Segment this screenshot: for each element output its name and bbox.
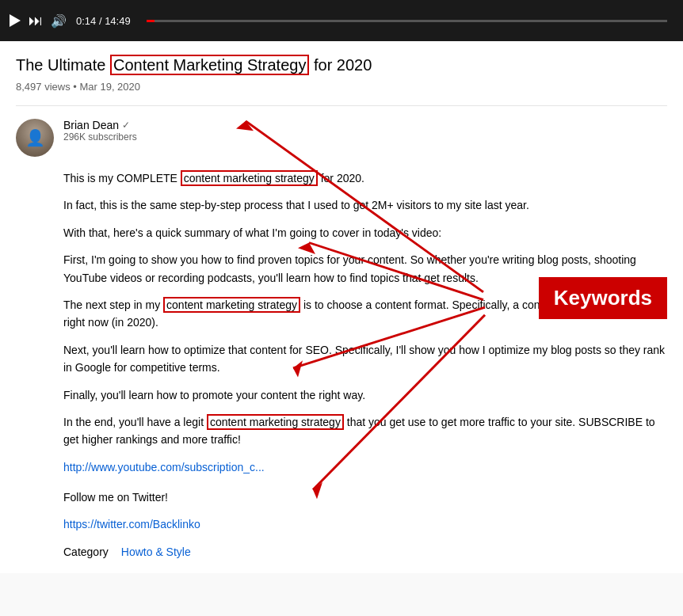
- description: This is my COMPLETE content marketing st…: [16, 169, 667, 561]
- subscribers: 296K subscribers: [63, 131, 137, 143]
- desc-line8: In the end, you'll have a legit content …: [63, 413, 667, 449]
- channel-info: Brian Dean ✓ 296K subscribers: [63, 119, 137, 143]
- desc-line1: This is my COMPLETE content marketing st…: [63, 169, 667, 187]
- content-area: The Ultimate Content Marketing Strategy …: [0, 41, 683, 573]
- video-player: ⏭ 🔊 0:14 / 14:49: [0, 0, 683, 41]
- desc-highlight-2: content marketing strategy: [163, 297, 300, 313]
- category-row: Category Howto & Style: [63, 543, 667, 561]
- category-value: Howto & Style: [121, 543, 191, 561]
- follow-section: Follow me on Twitter! https://twitter.co…: [63, 489, 667, 534]
- play-button[interactable]: [10, 14, 21, 27]
- progress-bar[interactable]: [147, 20, 667, 22]
- verified-badge: ✓: [122, 120, 130, 131]
- twitter-link[interactable]: https://twitter.com/Backlinko: [63, 518, 200, 530]
- desc-line7: Finally, you'll learn how to promote you…: [63, 386, 667, 404]
- channel-row: 👤 Brian Dean ✓ 296K subscribers: [16, 119, 667, 157]
- avatar[interactable]: 👤: [16, 119, 54, 157]
- subscribe-link[interactable]: http://www.youtube.com/subscription_c...: [63, 461, 265, 473]
- desc-highlight-1: content marketing strategy: [181, 170, 318, 186]
- progress-fill: [147, 20, 155, 22]
- desc-line6: Next, you'll learn how to optimize that …: [63, 341, 667, 377]
- video-title: The Ultimate Content Marketing Strategy …: [16, 54, 667, 76]
- video-meta: 8,497 views • Mar 19, 2020: [16, 81, 667, 106]
- desc-line5: The next step in my content marketing st…: [63, 296, 667, 332]
- follow-label: Follow me on Twitter!: [63, 489, 667, 506]
- channel-name[interactable]: Brian Dean ✓: [63, 119, 137, 131]
- desc-line3: With that, here's a quick summary of wha…: [63, 224, 667, 241]
- desc-line2: In fact, this is the same step-by-step p…: [63, 196, 667, 214]
- title-after: for 2020: [309, 56, 372, 74]
- subscribe-link-para: http://www.youtube.com/subscription_c...: [63, 458, 667, 476]
- category-label: Category: [63, 543, 109, 561]
- player-controls[interactable]: ⏭ 🔊: [10, 13, 67, 29]
- desc-line4: First, I'm going to show you how to find…: [63, 251, 667, 287]
- title-before: The Ultimate: [16, 56, 110, 74]
- avatar-image: 👤: [16, 119, 54, 157]
- time-display: 0:14 / 14:49: [76, 15, 131, 27]
- skip-button[interactable]: ⏭: [29, 13, 43, 29]
- desc-highlight-3: content marketing strategy: [207, 414, 344, 430]
- title-highlight: Content Marketing Strategy: [110, 55, 309, 75]
- volume-button[interactable]: 🔊: [51, 13, 67, 29]
